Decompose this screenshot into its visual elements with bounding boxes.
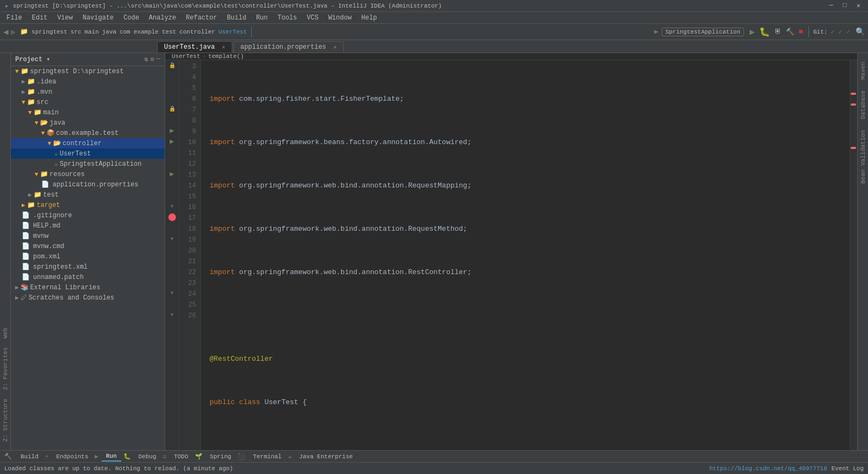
gutter-24[interactable]: ▼: [165, 288, 179, 298]
breadcrumb-template[interactable]: template(): [208, 53, 244, 60]
tree-resources[interactable]: ▼ 📁 resources: [11, 169, 165, 179]
menu-refactor[interactable]: Refactor: [181, 13, 221, 23]
gutter-19[interactable]: ▼: [165, 233, 179, 244]
tab-usertest[interactable]: UserTest.java ✕: [157, 41, 232, 53]
menu-code[interactable]: Code: [119, 13, 143, 23]
tree-package[interactable]: ▼ 📦 com.example.test: [11, 128, 165, 138]
tree-usertest-file[interactable]: ☕ UserTest: [11, 148, 165, 159]
menu-file[interactable]: File: [2, 13, 27, 23]
tree-test[interactable]: ▶ 📁 test: [11, 190, 165, 200]
bottom-tab-build[interactable]: Build: [16, 452, 43, 461]
mvnwcmd-label: mvnw.cmd: [33, 243, 64, 250]
tree-pomxml[interactable]: 📄 pom.xml: [11, 251, 165, 262]
tree-src[interactable]: ▼ 📁 src: [11, 97, 165, 107]
fold-marker-24[interactable]: ▼: [170, 290, 173, 296]
build-button[interactable]: 🔨: [786, 28, 794, 36]
tree-springtestapp[interactable]: ☕ SpringtestApplication: [11, 159, 165, 169]
tree-target[interactable]: ▶ 📁 target: [11, 200, 165, 210]
cls-usertest-10: UserTest: [264, 397, 302, 408]
run-config-name[interactable]: SpringtestApplication: [662, 28, 745, 36]
menu-build[interactable]: Build: [223, 13, 251, 23]
tree-helpmd[interactable]: 📄 HELP.md: [11, 220, 165, 231]
gutter-16[interactable]: ▼: [165, 201, 179, 212]
gutter-10[interactable]: ▶: [165, 136, 179, 147]
menu-tools[interactable]: Tools: [273, 13, 302, 23]
tab-close-icon[interactable]: ✕: [222, 44, 225, 50]
toolbar-icon-search[interactable]: 🔍: [856, 27, 865, 36]
tab-bean-validation[interactable]: Bean Validation: [858, 126, 868, 188]
code-line-5: import org.springframework.web.bind.anno…: [210, 180, 850, 191]
tree-appprops[interactable]: 📄 application.properties: [11, 179, 165, 190]
tab-database[interactable]: Database: [858, 86, 868, 124]
minimize-btn[interactable]: ─: [826, 2, 836, 10]
code-content[interactable]: import com.spring.fisher.start.FisherTem…: [201, 60, 850, 450]
tree-unnamed-patch[interactable]: 📄 unnamed.patch: [11, 272, 165, 282]
gutter-9[interactable]: ▶: [165, 125, 179, 136]
gutter-12: [165, 158, 179, 168]
tab-web[interactable]: Web: [1, 323, 10, 343]
stop-button[interactable]: ■: [799, 28, 803, 36]
tree-mvn[interactable]: ▶ 📁 .mvn: [11, 87, 165, 97]
fold-marker-19[interactable]: ▼: [170, 236, 173, 242]
toolbar-sep2: [808, 27, 809, 37]
tree-mvnwcmd[interactable]: 📄 mvnw.cmd: [11, 241, 165, 251]
sidebar-settings-icon[interactable]: ⚙: [151, 55, 154, 63]
tree-external-libs[interactable]: ▶ 📚 External Libraries: [11, 282, 165, 293]
close-btn[interactable]: ✕: [853, 2, 864, 10]
run-icon-10[interactable]: ▶: [170, 137, 174, 146]
menu-view[interactable]: View: [53, 13, 77, 23]
tree-main[interactable]: ▼ 📁 main: [11, 107, 165, 118]
bottom-tab-terminal[interactable]: Terminal: [249, 452, 286, 461]
menu-run[interactable]: Run: [252, 13, 272, 23]
menu-edit[interactable]: Edit: [28, 13, 52, 23]
code-line-8: [210, 310, 850, 321]
tree-idea[interactable]: ▶ 📁 .idea: [11, 76, 165, 87]
tree-gitignore[interactable]: 📄 .gitignore: [11, 210, 165, 220]
run-icon-9[interactable]: ▶: [170, 126, 174, 135]
toolbar-nav-forward[interactable]: ▶: [11, 27, 16, 37]
tab-application-properties[interactable]: application.properties ✕: [233, 41, 344, 53]
tree-scratches[interactable]: ▶ 🖊 Scratches and Consoles: [11, 293, 165, 303]
tree-controller[interactable]: ▼ 📂 controller: [11, 138, 165, 148]
coverage-button[interactable]: ⛨: [774, 28, 781, 36]
cls-7: RestController: [408, 267, 467, 278]
event-log-label[interactable]: Event Log: [832, 465, 864, 472]
kw-import-3: import: [210, 94, 239, 105]
sidebar-hide-icon[interactable]: ─: [156, 55, 160, 63]
fold-marker-26[interactable]: ▼: [170, 312, 173, 318]
bottom-tab-spring[interactable]: Spring: [206, 452, 236, 461]
menu-window[interactable]: Window: [324, 13, 356, 23]
bottom-tab-todo[interactable]: TODO: [169, 452, 192, 461]
breakpoint-icon-17[interactable]: [168, 213, 176, 221]
tab-structure[interactable]: Z: Structure: [1, 394, 10, 446]
bottom-tab-java-enterprise[interactable]: Java Enterprise: [295, 452, 357, 461]
toolbar-nav-back[interactable]: ◀: [3, 27, 9, 37]
gutter-13[interactable]: ▶: [165, 168, 179, 179]
bottom-tab-debug[interactable]: Debug: [134, 452, 161, 461]
tab-appprops-close-icon[interactable]: ✕: [334, 44, 337, 50]
menu-navigate[interactable]: Navigate: [78, 13, 118, 23]
tree-springtestxml[interactable]: 📄 springtest.xml: [11, 262, 165, 272]
fold-marker-16[interactable]: ▼: [170, 204, 173, 210]
run-button[interactable]: ▶: [749, 27, 755, 37]
gutter-26[interactable]: ▼: [165, 309, 179, 320]
linenum-8: 8: [179, 115, 196, 126]
bottom-tab-run[interactable]: Run: [102, 452, 121, 462]
sidebar-sync-icon[interactable]: ⇅: [144, 55, 148, 63]
run-icon-13[interactable]: ▶: [170, 170, 174, 178]
gutter-17[interactable]: [165, 212, 179, 223]
debug-button[interactable]: 🐛: [759, 27, 770, 37]
menu-vcs[interactable]: VCS: [303, 13, 323, 23]
breadcrumb-usertest[interactable]: UserTest: [172, 53, 200, 60]
tree-project-root[interactable]: ▼ 📁 springtest D:\springtest: [11, 66, 165, 76]
mvnw-label: mvnw: [33, 232, 49, 240]
editor[interactable]: UserTest › template() 🔒 🔒: [165, 53, 857, 450]
menu-help[interactable]: Help: [357, 13, 381, 23]
menu-analyze[interactable]: Analyze: [145, 13, 180, 23]
tree-mvnw[interactable]: 📄 mvnw: [11, 231, 165, 241]
bottom-tab-endpoints[interactable]: Endpoints: [52, 452, 93, 461]
tree-java[interactable]: ▼ 📂 java: [11, 118, 165, 128]
tab-maven[interactable]: Maven: [858, 57, 868, 84]
tab-favorites[interactable]: 2: Favorites: [1, 343, 10, 394]
maximize-btn[interactable]: □: [840, 2, 850, 10]
